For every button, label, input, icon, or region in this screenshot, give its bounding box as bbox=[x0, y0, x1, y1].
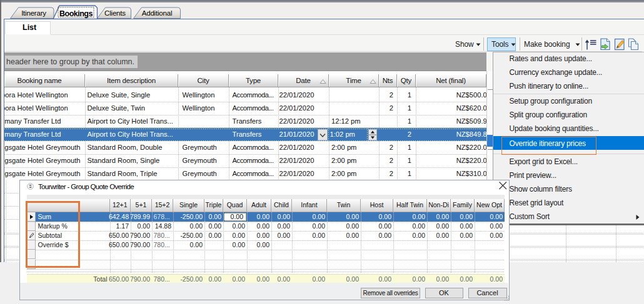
svg-text:Additional: Additional bbox=[142, 9, 173, 17]
svg-text:Clients: Clients bbox=[104, 9, 126, 17]
svg-text:Bookings: Bookings bbox=[59, 9, 93, 18]
svg-text:Itinerary: Itinerary bbox=[21, 9, 46, 17]
